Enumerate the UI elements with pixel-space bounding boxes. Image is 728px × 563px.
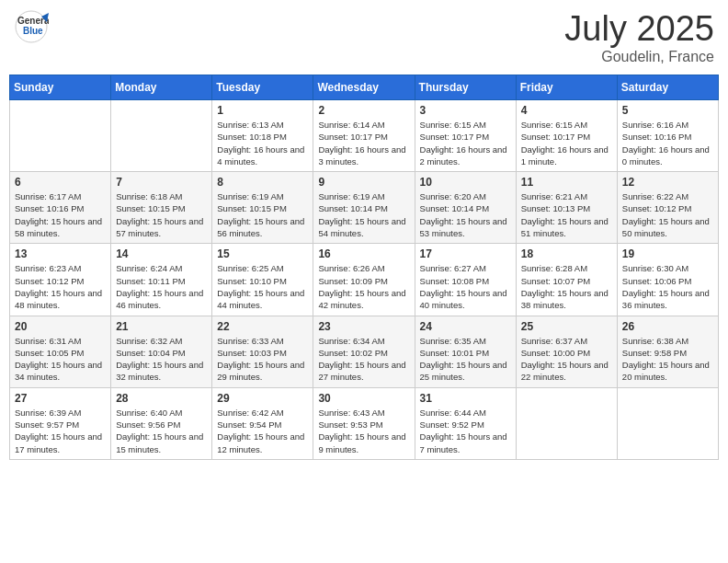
table-row: 18Sunrise: 6:28 AM Sunset: 10:07 PM Dayl…: [516, 244, 617, 316]
day-number: 21: [116, 320, 207, 333]
day-info: Sunrise: 6:14 AM Sunset: 10:17 PM Daylig…: [318, 119, 409, 167]
day-info: Sunrise: 6:44 AM Sunset: 9:52 PM Dayligh…: [420, 407, 511, 455]
title-block: July 2025 Goudelin, France: [564, 9, 714, 65]
table-row: 9Sunrise: 6:19 AM Sunset: 10:14 PM Dayli…: [313, 172, 415, 244]
logo-icon: General Blue: [14, 9, 49, 44]
table-row: 17Sunrise: 6:27 AM Sunset: 10:08 PM Dayl…: [415, 244, 516, 316]
day-info: Sunrise: 6:35 AM Sunset: 10:01 PM Daylig…: [420, 335, 511, 384]
day-number: 4: [521, 104, 612, 117]
week-row-2: 13Sunrise: 6:23 AM Sunset: 10:12 PM Dayl…: [10, 244, 719, 316]
week-row-3: 20Sunrise: 6:31 AM Sunset: 10:05 PM Dayl…: [10, 316, 719, 387]
day-info: Sunrise: 6:24 AM Sunset: 10:11 PM Daylig…: [116, 262, 207, 311]
day-number: 5: [622, 104, 713, 117]
table-row: 20Sunrise: 6:31 AM Sunset: 10:05 PM Dayl…: [10, 316, 111, 387]
week-row-4: 27Sunrise: 6:39 AM Sunset: 9:57 PM Dayli…: [10, 387, 719, 459]
day-info: Sunrise: 6:28 AM Sunset: 10:07 PM Daylig…: [521, 262, 612, 311]
day-info: Sunrise: 6:43 AM Sunset: 9:53 PM Dayligh…: [318, 407, 409, 455]
day-info: Sunrise: 6:20 AM Sunset: 10:14 PM Daylig…: [420, 190, 511, 239]
day-number: 18: [521, 247, 612, 260]
table-row: 16Sunrise: 6:26 AM Sunset: 10:09 PM Dayl…: [313, 244, 415, 316]
day-info: Sunrise: 6:16 AM Sunset: 10:16 PM Daylig…: [622, 119, 713, 167]
day-info: Sunrise: 6:40 AM Sunset: 9:56 PM Dayligh…: [116, 407, 207, 455]
day-info: Sunrise: 6:21 AM Sunset: 10:13 PM Daylig…: [521, 190, 612, 239]
location-title: Goudelin, France: [564, 49, 714, 65]
day-info: Sunrise: 6:13 AM Sunset: 10:18 PM Daylig…: [217, 119, 308, 167]
day-info: Sunrise: 6:37 AM Sunset: 10:00 PM Daylig…: [521, 335, 612, 384]
day-number: 2: [318, 104, 409, 117]
table-row: 3Sunrise: 6:15 AM Sunset: 10:17 PM Dayli…: [415, 100, 516, 172]
day-info: Sunrise: 6:26 AM Sunset: 10:09 PM Daylig…: [318, 262, 409, 311]
day-info: Sunrise: 6:15 AM Sunset: 10:17 PM Daylig…: [420, 119, 511, 167]
day-number: 31: [420, 392, 511, 405]
table-row: 27Sunrise: 6:39 AM Sunset: 9:57 PM Dayli…: [10, 387, 111, 459]
day-number: 30: [318, 392, 409, 405]
day-info: Sunrise: 6:33 AM Sunset: 10:03 PM Daylig…: [217, 335, 308, 384]
day-number: 28: [116, 392, 207, 405]
header-friday: Friday: [516, 75, 617, 100]
header-saturday: Saturday: [617, 75, 718, 100]
table-row: 5Sunrise: 6:16 AM Sunset: 10:16 PM Dayli…: [617, 100, 718, 172]
calendar-table: Sunday Monday Tuesday Wednesday Thursday…: [9, 75, 719, 460]
day-number: 10: [420, 176, 511, 189]
table-row: 7Sunrise: 6:18 AM Sunset: 10:15 PM Dayli…: [111, 172, 212, 244]
logo: General Blue: [14, 9, 52, 48]
table-row: 31Sunrise: 6:44 AM Sunset: 9:52 PM Dayli…: [415, 387, 516, 459]
day-info: Sunrise: 6:27 AM Sunset: 10:08 PM Daylig…: [420, 262, 511, 311]
table-row: 22Sunrise: 6:33 AM Sunset: 10:03 PM Dayl…: [212, 316, 313, 387]
table-row: 1Sunrise: 6:13 AM Sunset: 10:18 PM Dayli…: [212, 100, 313, 172]
day-info: Sunrise: 6:34 AM Sunset: 10:02 PM Daylig…: [318, 335, 409, 384]
day-info: Sunrise: 6:25 AM Sunset: 10:10 PM Daylig…: [217, 262, 308, 311]
day-info: Sunrise: 6:19 AM Sunset: 10:14 PM Daylig…: [318, 190, 409, 239]
day-number: 14: [116, 247, 207, 260]
day-number: 9: [318, 176, 409, 189]
table-row: 4Sunrise: 6:15 AM Sunset: 10:17 PM Dayli…: [516, 100, 617, 172]
table-row: 26Sunrise: 6:38 AM Sunset: 9:58 PM Dayli…: [617, 316, 718, 387]
day-info: Sunrise: 6:17 AM Sunset: 10:16 PM Daylig…: [15, 190, 106, 239]
day-info: Sunrise: 6:42 AM Sunset: 9:54 PM Dayligh…: [217, 407, 308, 455]
day-number: 6: [15, 176, 106, 189]
table-row: 13Sunrise: 6:23 AM Sunset: 10:12 PM Dayl…: [10, 244, 111, 316]
table-row: [111, 100, 212, 172]
day-number: 15: [217, 247, 308, 260]
table-row: 25Sunrise: 6:37 AM Sunset: 10:00 PM Dayl…: [516, 316, 617, 387]
week-row-1: 6Sunrise: 6:17 AM Sunset: 10:16 PM Dayli…: [10, 172, 719, 244]
day-info: Sunrise: 6:22 AM Sunset: 10:12 PM Daylig…: [622, 190, 713, 239]
header-thursday: Thursday: [415, 75, 516, 100]
day-info: Sunrise: 6:38 AM Sunset: 9:58 PM Dayligh…: [622, 335, 713, 384]
day-info: Sunrise: 6:15 AM Sunset: 10:17 PM Daylig…: [521, 119, 612, 167]
day-number: 20: [15, 320, 106, 333]
table-row: 2Sunrise: 6:14 AM Sunset: 10:17 PM Dayli…: [313, 100, 415, 172]
day-info: Sunrise: 6:19 AM Sunset: 10:15 PM Daylig…: [217, 190, 308, 239]
day-number: 27: [15, 392, 106, 405]
table-row: 29Sunrise: 6:42 AM Sunset: 9:54 PM Dayli…: [212, 387, 313, 459]
day-number: 19: [622, 247, 713, 260]
table-row: 6Sunrise: 6:17 AM Sunset: 10:16 PM Dayli…: [10, 172, 111, 244]
day-info: Sunrise: 6:23 AM Sunset: 10:12 PM Daylig…: [15, 262, 106, 311]
day-number: 8: [217, 176, 308, 189]
table-row: 14Sunrise: 6:24 AM Sunset: 10:11 PM Dayl…: [111, 244, 212, 316]
day-number: 22: [217, 320, 308, 333]
table-row: 10Sunrise: 6:20 AM Sunset: 10:14 PM Dayl…: [415, 172, 516, 244]
day-number: 25: [521, 320, 612, 333]
month-title: July 2025: [564, 9, 714, 49]
day-number: 1: [217, 104, 308, 117]
page-header: General Blue July 2025 Goudelin, France: [9, 9, 719, 65]
day-number: 24: [420, 320, 511, 333]
day-number: 12: [622, 176, 713, 189]
day-info: Sunrise: 6:18 AM Sunset: 10:15 PM Daylig…: [116, 190, 207, 239]
table-row: [617, 387, 718, 459]
header-monday: Monday: [111, 75, 212, 100]
day-info: Sunrise: 6:30 AM Sunset: 10:06 PM Daylig…: [622, 262, 713, 311]
svg-text:Blue: Blue: [23, 26, 43, 36]
table-row: [516, 387, 617, 459]
day-info: Sunrise: 6:32 AM Sunset: 10:04 PM Daylig…: [116, 335, 207, 384]
day-number: 29: [217, 392, 308, 405]
header-wednesday: Wednesday: [313, 75, 415, 100]
day-info: Sunrise: 6:39 AM Sunset: 9:57 PM Dayligh…: [15, 407, 106, 455]
table-row: 30Sunrise: 6:43 AM Sunset: 9:53 PM Dayli…: [313, 387, 415, 459]
day-number: 23: [318, 320, 409, 333]
table-row: 8Sunrise: 6:19 AM Sunset: 10:15 PM Dayli…: [212, 172, 313, 244]
day-number: 13: [15, 247, 106, 260]
calendar-header-row: Sunday Monday Tuesday Wednesday Thursday…: [10, 75, 719, 100]
header-tuesday: Tuesday: [212, 75, 313, 100]
